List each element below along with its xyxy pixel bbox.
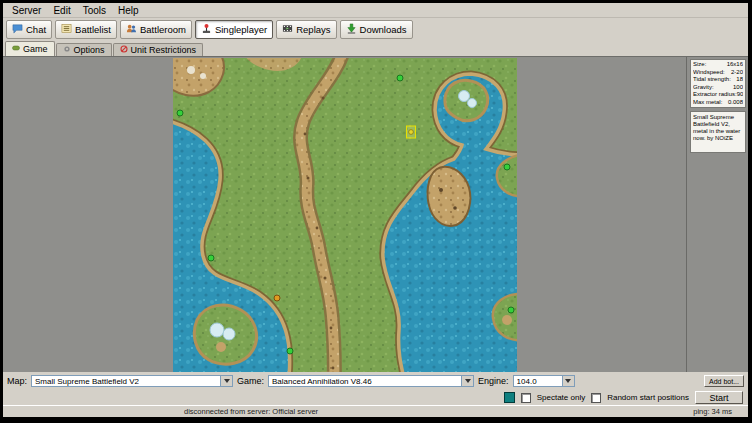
map-combobox-arrow[interactable]: [220, 376, 232, 386]
tab-options[interactable]: Options: [56, 43, 112, 56]
tab-unit-restrictions[interactable]: Unit Restrictions: [113, 43, 204, 56]
random-start-positions-checkbox[interactable]: [591, 393, 601, 403]
singleplayer-tabstrip: Game Options Unit Restrictions: [3, 41, 748, 56]
options-gear-icon: [63, 45, 71, 55]
tab-chat[interactable]: Chat: [6, 20, 52, 39]
battleroom-icon: [126, 23, 137, 36]
desktop-background: { "menu": { "items": ["Server", "Edit", …: [0, 0, 752, 423]
map-info-box: Size: 16x16 Windspeed: 2-20 Tidal streng…: [690, 59, 746, 108]
engine-label: Engine:: [478, 376, 509, 386]
connection-status: disconnected from server: Official serve…: [184, 407, 318, 416]
map-info-row: Extractor radius: 90: [693, 91, 743, 99]
tab-options-label: Options: [74, 45, 105, 55]
random-start-positions-label: Random start positions: [607, 393, 689, 402]
map-info-row: Tidal strength: 18: [693, 76, 743, 84]
game-combobox-arrow[interactable]: [461, 376, 473, 386]
start-button[interactable]: Start: [695, 391, 743, 404]
menu-bar: Server Edit Tools Help: [3, 3, 748, 18]
start-options-row: Spectate only Random start positions Sta…: [3, 390, 748, 405]
game-combobox[interactable]: Balanced Annihilation V8.46: [268, 375, 474, 387]
engine-combobox[interactable]: 104.0: [513, 375, 575, 387]
info-value: 18: [736, 76, 743, 84]
info-label: Extractor radius:: [693, 91, 737, 99]
map-info-row: Max metal: 0.008: [693, 99, 743, 107]
tab-battleroom-label: Battleroom: [140, 24, 186, 35]
tab-battleroom[interactable]: Battleroom: [120, 20, 192, 39]
info-value: 90: [737, 91, 743, 99]
map-combobox[interactable]: Small Supreme Battlefield V2: [31, 375, 233, 387]
map-label: Map:: [7, 376, 27, 386]
info-value: 16x16: [727, 61, 743, 69]
tab-replays-label: Replays: [296, 24, 330, 35]
chevron-down-icon: [465, 379, 471, 383]
menu-help[interactable]: Help: [112, 4, 145, 17]
info-label: Gravity:: [693, 84, 714, 92]
map-info-row: Size: 16x16: [693, 61, 743, 69]
tab-singleplayer-label: Singleplayer: [215, 24, 267, 35]
engine-combobox-arrow[interactable]: [562, 376, 574, 386]
game-label: Game:: [237, 376, 264, 386]
map-description: Small Supreme Battlefield V2, metal in t…: [690, 111, 746, 153]
tab-unit-restrictions-label: Unit Restrictions: [131, 45, 197, 55]
map-image: [173, 58, 517, 372]
tab-downloads[interactable]: Downloads: [340, 20, 413, 39]
map-info-row: Gravity: 100: [693, 84, 743, 92]
tab-battlelist[interactable]: Battlelist: [55, 20, 117, 39]
spectate-only-label: Spectate only: [537, 393, 585, 402]
map-info-panel: Size: 16x16 Windspeed: 2-20 Tidal streng…: [686, 57, 748, 372]
tab-game-label: Game: [23, 44, 48, 54]
add-bot-button[interactable]: Add bot...: [704, 375, 744, 387]
menu-edit[interactable]: Edit: [47, 4, 76, 17]
restrictions-icon: [120, 45, 128, 55]
spectate-only-checkbox[interactable]: [521, 393, 531, 403]
info-value: 100: [733, 84, 743, 92]
map-preview-area: Size: 16x16 Windspeed: 2-20 Tidal streng…: [3, 56, 748, 372]
tab-battlelist-label: Battlelist: [75, 24, 111, 35]
chevron-down-icon: [565, 379, 571, 383]
player-color-swatch[interactable]: [504, 392, 515, 403]
tab-replays[interactable]: Replays: [276, 20, 336, 39]
chat-icon: [12, 23, 23, 36]
replays-icon: [282, 23, 293, 36]
tab-singleplayer[interactable]: Singleplayer: [195, 20, 273, 39]
menu-server[interactable]: Server: [6, 4, 47, 17]
menu-tools[interactable]: Tools: [77, 4, 112, 17]
map-preview[interactable]: [173, 58, 517, 372]
map-info-row: Windspeed: 2-20: [693, 69, 743, 77]
main-toolbar: Chat Battlelist Battleroom Singleplayer …: [3, 18, 748, 41]
info-value: 2-20: [731, 69, 743, 77]
info-label: Tidal strength:: [693, 76, 731, 84]
tab-chat-label: Chat: [26, 24, 46, 35]
game-combobox-value: Balanced Annihilation V8.46: [272, 377, 372, 386]
lobby-window: Server Edit Tools Help Chat Battlelist B…: [3, 3, 748, 417]
tab-downloads-label: Downloads: [360, 24, 407, 35]
info-label: Windspeed:: [693, 69, 725, 77]
game-tab-icon: [12, 44, 20, 54]
info-label: Max metal:: [693, 99, 722, 107]
info-label: Size:: [693, 61, 706, 69]
map-combobox-value: Small Supreme Battlefield V2: [35, 377, 139, 386]
downloads-icon: [346, 23, 357, 36]
chevron-down-icon: [224, 379, 230, 383]
tab-game[interactable]: Game: [5, 41, 55, 56]
selection-row: Map: Small Supreme Battlefield V2 Game: …: [3, 372, 748, 390]
singleplayer-icon: [201, 23, 212, 36]
engine-combobox-value: 104.0: [517, 377, 537, 386]
info-value: 0.008: [728, 99, 743, 107]
status-bar: disconnected from server: Official serve…: [3, 405, 748, 417]
ping-status: ping: 34 ms: [693, 407, 732, 416]
battlelist-icon: [61, 23, 72, 36]
